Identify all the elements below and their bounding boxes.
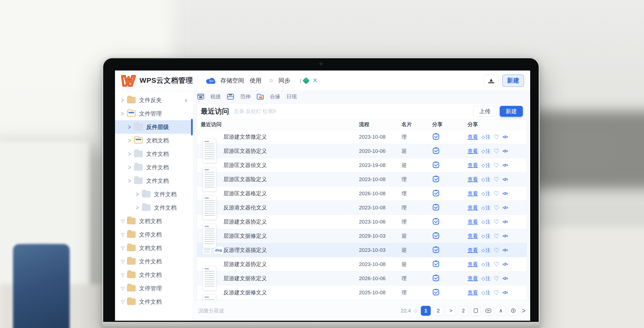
chevron-right-icon[interactable]: > <box>128 177 134 185</box>
file-name[interactable]: 层游匡文器险定义 <box>224 176 267 183</box>
view-link[interactable]: 查看 <box>468 204 478 211</box>
page-button-2[interactable]: 2 <box>433 306 443 316</box>
triangle-expand-icon[interactable]: ▽ <box>121 299 127 305</box>
triangle-expand-icon[interactable]: ▽ <box>121 259 127 264</box>
folder-open-icon[interactable] <box>257 94 264 100</box>
triangle-expand-icon[interactable]: ▽ <box>121 272 127 278</box>
view-link[interactable]: 查看 <box>468 289 478 296</box>
page-button-2b[interactable]: 2 <box>458 306 468 316</box>
chevron-right-icon[interactable]: > <box>128 123 134 131</box>
next-page-button[interactable]: > <box>446 306 456 316</box>
follow-action[interactable]: ◇注 <box>481 176 490 183</box>
document-thumbnail[interactable] <box>202 294 216 301</box>
share-clipboard-icon[interactable] <box>432 232 440 239</box>
tree-item[interactable]: ▽ 文档文档 <box>115 214 193 228</box>
tree-item[interactable]: > 文件文档 <box>115 201 193 214</box>
tree-item[interactable]: > 文件文档 <box>115 187 193 201</box>
view-link[interactable]: 查看 <box>468 176 478 183</box>
tree-item[interactable]: > 文件管理 <box>115 107 193 120</box>
heart-icon[interactable]: ♡ <box>494 233 499 239</box>
file-name[interactable]: 反游港文器伦文义 <box>224 204 267 211</box>
tree-item[interactable]: > 文档文档 <box>115 134 193 147</box>
archive-icon[interactable] <box>197 94 204 100</box>
heart-icon[interactable]: ♡ <box>494 205 499 211</box>
triangle-expand-icon[interactable]: ▽ <box>121 245 127 251</box>
follow-action[interactable]: ◇注 <box>481 261 490 268</box>
file-name[interactable]: 层游建文禁微定义 <box>224 133 267 141</box>
view-link[interactable]: 查看 <box>468 261 478 268</box>
share-clipboard-icon[interactable] <box>432 274 440 282</box>
view-link[interactable]: 查看 <box>468 148 478 155</box>
code-share-icon[interactable]: </> <box>502 290 508 295</box>
share-clipboard-icon[interactable] <box>432 189 440 197</box>
table-row[interactable]: dwg反游理文器描定义 2023-10-03 迎 查看 ◇注 ♡ </> <box>197 243 527 257</box>
tree-item[interactable]: > 文件文档 <box>115 147 193 161</box>
code-share-icon[interactable]: </> <box>502 248 508 253</box>
column-header-date[interactable]: 流程 <box>359 121 402 128</box>
tree-item[interactable]: ▽ 文档文档 <box>115 241 193 255</box>
heart-icon[interactable]: ♡ <box>494 190 499 197</box>
follow-action[interactable]: ◇注 <box>481 162 490 168</box>
last-page-chevron[interactable]: > <box>522 306 526 315</box>
document-thumbnail[interactable] <box>202 167 216 191</box>
code-share-icon[interactable]: </> <box>502 219 508 224</box>
heart-icon[interactable]: ♡ <box>494 290 499 296</box>
chevron-right-icon[interactable]: > <box>128 137 134 144</box>
code-share-icon[interactable]: </> <box>502 163 508 168</box>
file-name[interactable]: 反游建文据修文义 <box>224 289 267 296</box>
chevron-right-icon[interactable]: > <box>128 164 134 171</box>
file-name[interactable]: 层游匡文器格定义 <box>224 190 267 197</box>
nav-sync[interactable]: 同步 <box>278 77 290 84</box>
file-name[interactable]: 层游建文器协定义 <box>224 261 267 268</box>
follow-action[interactable]: ◇注 <box>481 289 490 296</box>
share-clipboard-icon[interactable] <box>432 218 440 225</box>
column-header-tag[interactable]: 名片 <box>402 121 432 128</box>
heart-icon[interactable]: ♡ <box>494 176 499 182</box>
code-share-icon[interactable]: </> <box>502 262 508 267</box>
toolbar-label[interactable]: 合缘 <box>270 93 280 100</box>
chevron-down-icon[interactable]: ∨ <box>184 97 188 103</box>
table-row[interactable]: 层游建文据依定义 2026-10-06 理 查看 ◇注 ♡ </> <box>197 271 527 286</box>
tree-item[interactable]: ▽ 文停文档 <box>115 228 193 241</box>
save-disk-icon[interactable] <box>227 94 234 100</box>
keyboard-button[interactable] <box>484 306 493 316</box>
tree-item[interactable]: ▽ 文停管理 <box>115 282 193 295</box>
follow-action[interactable]: ◇注 <box>481 247 490 253</box>
code-share-icon[interactable]: </> <box>502 177 508 182</box>
column-header-share[interactable]: 分享 <box>432 121 468 128</box>
column-header-name[interactable]: 最近访问 <box>197 121 359 128</box>
heart-icon[interactable]: ♡ <box>494 134 499 140</box>
table-row[interactable]: 层游匡文器协定义 2020-10-06 迎 查看 ◇注 ♡ </> <box>197 144 527 158</box>
create-button[interactable]: 新建 <box>500 106 523 117</box>
view-link[interactable]: 查看 <box>468 218 478 225</box>
follow-action[interactable]: ◇注 <box>481 148 490 155</box>
chevron-right-icon[interactable]: > <box>136 204 142 211</box>
table-row[interactable]: 反游建文据修文义 2025-10-08 理 查看 ◇注 ♡ </> <box>197 286 527 300</box>
share-clipboard-icon[interactable] <box>432 203 440 211</box>
share-clipboard-icon[interactable] <box>432 288 440 296</box>
table-row[interactable]: 反游港文器伦文义 2023-10-08 理 查看 ◇注 ♡ </> <box>197 201 527 215</box>
share-clipboard-icon[interactable] <box>432 175 440 183</box>
file-name[interactable]: 层游匡文据修定义 <box>224 232 267 240</box>
column-header-actions[interactable]: 分享 <box>468 121 527 128</box>
chevron-right-icon[interactable]: > <box>121 110 127 117</box>
nav-storage-space[interactable]: 存储空间 <box>220 77 244 84</box>
tree-item[interactable]: ▽ 文件文档 <box>115 255 193 268</box>
follow-action[interactable]: ◇注 <box>481 219 490 225</box>
heart-icon[interactable]: ♡ <box>494 148 499 154</box>
table-row[interactable]: 层游匡文据修定义 2029-10-03 迎 查看 ◇注 ♡ </> <box>197 229 527 243</box>
follow-action[interactable]: ◇注 <box>481 204 490 211</box>
code-share-icon[interactable]: </> <box>502 134 508 140</box>
file-name[interactable]: 层游匡文器协定义 <box>224 147 267 155</box>
file-name[interactable]: 层游建文据依定义 <box>224 275 267 282</box>
share-clipboard-icon[interactable] <box>432 246 440 253</box>
code-share-icon[interactable]: </> <box>502 276 508 281</box>
heart-icon[interactable]: ♡ <box>494 261 499 267</box>
wps-logo-icon[interactable] <box>121 75 136 87</box>
code-share-icon[interactable]: </> <box>502 205 508 210</box>
page-button-1[interactable]: 1 <box>421 306 431 316</box>
tree-item-selected[interactable]: > 反件层级 <box>115 120 193 134</box>
toolbar-label[interactable]: 日现 <box>286 93 297 100</box>
tree-item[interactable]: > 文件反夹 ∨ <box>115 93 193 107</box>
follow-action[interactable]: ◇注 <box>481 275 490 282</box>
